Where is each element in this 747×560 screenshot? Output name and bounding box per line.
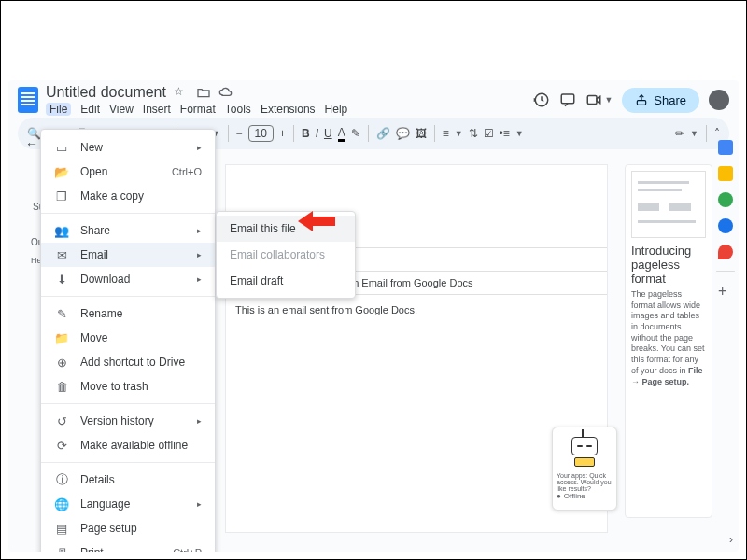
- bold-button[interactable]: B: [302, 127, 310, 140]
- menu-item-share[interactable]: 👥Share▸: [41, 218, 215, 243]
- expand-panel-icon[interactable]: ›: [729, 533, 733, 546]
- menu-item-details[interactable]: ⓘDetails: [41, 468, 215, 492]
- image-insert-icon[interactable]: 🖼: [416, 127, 427, 140]
- menu-item-rename[interactable]: ✎Rename: [41, 301, 215, 326]
- highlight-button[interactable]: ✎: [351, 127, 360, 140]
- docs-logo-icon[interactable]: [18, 87, 38, 113]
- underline-button[interactable]: U: [324, 127, 332, 140]
- contacts-app-icon[interactable]: [718, 218, 733, 233]
- menu-item-version-history[interactable]: ↺Version history▸: [41, 409, 215, 433]
- font-size-inc[interactable]: +: [279, 127, 286, 140]
- menu-item-download[interactable]: ⬇Download▸: [41, 267, 215, 291]
- svg-rect-1: [588, 96, 598, 105]
- keep-app-icon[interactable]: [718, 166, 733, 181]
- assistant-hint: Your apps: Quick access. Would you like …: [557, 472, 613, 492]
- robot-icon: [569, 437, 600, 469]
- offline-icon: ⟳: [54, 438, 69, 453]
- menu-item-offline[interactable]: ⟳Make available offline: [41, 433, 215, 457]
- menu-format[interactable]: Format: [180, 103, 216, 116]
- download-icon: ⬇: [54, 272, 69, 287]
- menu-item-make-copy[interactable]: ❐Make a copy: [41, 184, 215, 208]
- rename-icon: ✎: [54, 306, 69, 321]
- hide-panel-icon[interactable]: ˄: [714, 127, 720, 140]
- menu-bar: File Edit View Insert Format Tools Exten…: [46, 101, 347, 116]
- info-icon: ⓘ: [54, 472, 69, 487]
- cloud-status-icon[interactable]: [218, 85, 233, 100]
- text-color-button[interactable]: A: [338, 126, 345, 142]
- link-icon[interactable]: 🔗: [376, 127, 390, 140]
- email-icon: ✉: [54, 247, 69, 262]
- assistant-card[interactable]: Your apps: Quick access. Would you like …: [552, 427, 617, 511]
- align-icon[interactable]: ≡: [443, 127, 449, 140]
- menu-insert[interactable]: Insert: [143, 103, 171, 116]
- italic-button[interactable]: I: [316, 127, 318, 140]
- comment-add-icon[interactable]: 💬: [396, 127, 410, 140]
- menu-file[interactable]: File: [46, 103, 71, 116]
- svg-rect-2: [638, 101, 646, 105]
- menu-item-language[interactable]: 🌐Language▸: [41, 492, 215, 516]
- apps-rail: +: [716, 140, 735, 298]
- account-avatar[interactable]: [709, 90, 729, 110]
- menu-item-print[interactable]: 🖶PrintCtrl+P: [41, 540, 215, 552]
- share-button[interactable]: Share: [622, 88, 699, 113]
- promo-thumb: [631, 171, 706, 238]
- move-folder-icon[interactable]: [196, 85, 211, 100]
- history-icon[interactable]: [533, 91, 550, 108]
- history-icon: ↺: [54, 413, 69, 428]
- document-title[interactable]: Untitled document: [46, 84, 166, 101]
- drive-shortcut-icon: ⊕: [54, 355, 69, 370]
- menu-item-move[interactable]: 📁Move: [41, 326, 215, 350]
- maps-app-icon[interactable]: [718, 245, 733, 259]
- move-icon: 📁: [54, 330, 69, 345]
- comments-icon[interactable]: [559, 91, 576, 108]
- menu-item-open[interactable]: 📂OpenCtrl+O: [41, 160, 215, 184]
- trash-icon: 🗑: [54, 379, 69, 394]
- outline-back-icon[interactable]: ←: [25, 136, 38, 151]
- email-body-text[interactable]: This is an email sent from Google Docs.: [226, 295, 607, 325]
- tasks-app-icon[interactable]: [718, 192, 733, 207]
- submenu-email-collaborators: Email collaborators: [217, 242, 355, 268]
- meet-icon[interactable]: ▼: [585, 91, 613, 108]
- promo-body: The pageless format allows wide images a…: [631, 289, 706, 387]
- menu-edit[interactable]: Edit: [80, 103, 100, 116]
- star-icon[interactable]: ☆: [174, 85, 189, 100]
- editing-mode-icon[interactable]: ✏: [675, 127, 684, 140]
- font-size-input[interactable]: 10: [248, 125, 274, 142]
- submenu-email-draft[interactable]: Email draft: [217, 268, 355, 294]
- bulleted-list-icon[interactable]: •≡: [500, 127, 510, 140]
- copy-icon: ❐: [54, 189, 69, 203]
- menu-item-page-setup[interactable]: ▤Page setup: [41, 516, 215, 540]
- checklist-icon[interactable]: ☑: [484, 127, 494, 140]
- menu-item-email[interactable]: ✉Email▸: [41, 243, 215, 267]
- calendar-app-icon[interactable]: [718, 140, 733, 155]
- folder-open-icon: 📂: [54, 164, 69, 179]
- offline-dot-icon: ●: [557, 492, 561, 500]
- line-spacing-icon[interactable]: ⇅: [469, 127, 478, 140]
- page-setup-icon: ▤: [54, 521, 69, 536]
- pageless-promo-panel: Introducing pageless format The pageless…: [625, 164, 712, 518]
- svg-rect-0: [562, 94, 575, 104]
- share-label: Share: [654, 93, 686, 107]
- language-icon: 🌐: [54, 497, 69, 511]
- menu-item-move-trash[interactable]: 🗑Move to trash: [41, 374, 215, 399]
- annotation-arrow-icon: [298, 211, 335, 230]
- offline-label: Offline: [564, 492, 585, 500]
- menu-extensions[interactable]: Extensions: [261, 103, 316, 116]
- menu-help[interactable]: Help: [325, 103, 348, 116]
- add-apps-icon[interactable]: +: [718, 283, 733, 298]
- menu-tools[interactable]: Tools: [225, 103, 251, 116]
- print-icon: 🖶: [54, 545, 69, 552]
- share-icon: 👥: [54, 223, 69, 238]
- menu-view[interactable]: View: [109, 103, 134, 116]
- menu-item-add-shortcut[interactable]: ⊕Add shortcut to Drive: [41, 350, 215, 374]
- font-size-dec[interactable]: −: [236, 127, 243, 140]
- promo-title: Introducing pageless format: [631, 244, 706, 286]
- file-menu-dropdown: ▭New▸ 📂OpenCtrl+O ❐Make a copy 👥Share▸ ✉…: [40, 129, 216, 552]
- new-doc-icon: ▭: [54, 140, 69, 155]
- menu-item-new[interactable]: ▭New▸: [41, 135, 215, 160]
